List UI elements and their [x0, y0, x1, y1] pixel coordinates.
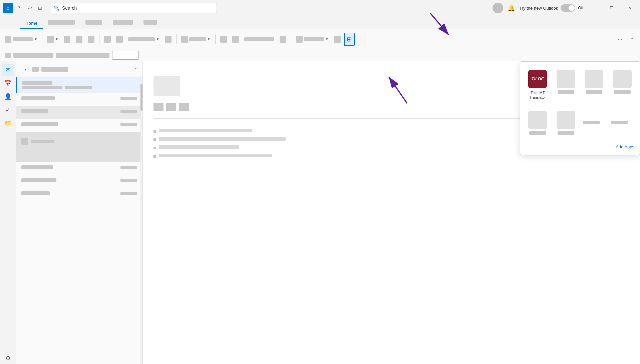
categories-label [128, 37, 155, 41]
ei6-sender [21, 165, 53, 169]
archive-icon [104, 36, 111, 43]
reply-button[interactable] [62, 33, 72, 46]
ribbon-btn-8[interactable] [278, 33, 288, 46]
email-item-4[interactable] [16, 119, 142, 132]
undo-button[interactable]: ↩ [25, 3, 35, 13]
rp-list-text-2 [159, 137, 286, 141]
reply-all-icon [76, 36, 82, 43]
ribbon-sep-5 [291, 34, 291, 44]
new-email-label [13, 37, 33, 41]
search-bar[interactable]: 🔍 Search [50, 3, 217, 13]
scrollbar[interactable] [140, 77, 142, 364]
flag-icon [165, 36, 172, 43]
search-input[interactable]: Search [62, 5, 213, 11]
tab-help[interactable] [138, 17, 162, 29]
rp-btn-3[interactable] [179, 103, 189, 111]
app-item-2[interactable] [554, 67, 578, 103]
more-options-button[interactable]: ··· [615, 33, 625, 46]
sidebar-icon-settings[interactable]: ⚙ [2, 352, 14, 364]
apps-button[interactable]: ⊞ [344, 33, 355, 46]
ribbon-btn-7[interactable] [242, 33, 276, 46]
apps-icon: ⊞ [347, 36, 352, 43]
rp-btn-1[interactable] [153, 103, 164, 111]
sidebar-icon-people[interactable]: 👤 [2, 91, 14, 103]
main-layout: ✉ 📅 👤 ✓ 📁 ⚙ › ↑ [0, 61, 640, 364]
sort-button[interactable]: ↑ [134, 66, 137, 72]
app-label-6 [558, 131, 574, 135]
email-item-5[interactable] [16, 132, 142, 162]
rp-btn-2[interactable] [166, 103, 176, 111]
tab-placeholder-4 [143, 20, 157, 25]
notification-bell[interactable]: 🔔 [506, 3, 517, 13]
ribbon-sep-4 [215, 34, 216, 44]
forward-button[interactable] [86, 33, 96, 46]
collapse-button[interactable]: › [21, 65, 29, 73]
app-label-3 [586, 90, 602, 94]
flag-button[interactable] [163, 33, 174, 46]
reply-icon [64, 36, 70, 43]
tab-folder[interactable] [80, 17, 107, 29]
sidebar-icons: ✉ 📅 👤 ✓ 📁 ⚙ [0, 61, 16, 364]
app-item-4[interactable] [610, 67, 635, 103]
reply-all-button[interactable] [74, 33, 84, 46]
ribbon-btn-5[interactable] [218, 33, 229, 46]
app-label-7-ph [583, 121, 600, 124]
filter-active[interactable] [112, 51, 139, 60]
ei8-sender [21, 191, 50, 195]
ei8-date [120, 192, 137, 195]
app-item-tilde[interactable]: TILDE Tilde MT Translator [526, 67, 550, 103]
app-placeholder-icon-3 [585, 70, 603, 88]
avatar[interactable] [493, 3, 503, 13]
ei4-sender [21, 122, 58, 126]
filter-bar [0, 49, 640, 61]
app-placeholder-icon-2 [557, 70, 575, 88]
folder-name-ph [41, 67, 68, 72]
email-item-2[interactable] [16, 93, 142, 106]
apps-grid-row2 [526, 108, 634, 137]
tab-home[interactable]: Home [20, 18, 43, 29]
email-item-7[interactable] [16, 175, 142, 188]
sidebar-icon-calendar[interactable]: 📅 [2, 77, 14, 89]
new-email-button[interactable]: ▼ [3, 33, 39, 46]
delete-button[interactable]: ▼ [45, 33, 60, 46]
minimize-button[interactable]: — [586, 3, 601, 13]
sidebar-icon-tasks[interactable]: ✓ [2, 104, 14, 116]
ribbon-btn-10[interactable] [332, 33, 343, 46]
apps-divider [526, 140, 634, 140]
sidebar-icon-mail[interactable]: ✉ [2, 64, 14, 76]
sidebar-icon-files[interactable]: 📁 [2, 117, 14, 129]
maximize-button[interactable]: ❐ [604, 3, 619, 13]
archive-button[interactable] [102, 33, 113, 46]
rp-list-text-3 [159, 145, 239, 149]
app-item-6[interactable] [554, 108, 578, 137]
email-item-selected[interactable] [16, 77, 142, 93]
new-outlook-toggle[interactable] [561, 4, 575, 12]
app-item-3[interactable] [582, 67, 606, 103]
ei5-att-icon [21, 138, 28, 145]
scrollbar-thumb[interactable] [140, 84, 142, 111]
close-button[interactable]: ✕ [622, 3, 637, 13]
rp-list-text-1 [159, 129, 252, 132]
ribbon-expand-button[interactable]: ⌃ [627, 33, 637, 46]
rp-bullet-2 [153, 138, 156, 141]
app-placeholder-icon-6 [557, 111, 575, 129]
ribbon-btn-9[interactable]: ▼ [294, 33, 331, 46]
email-item-3[interactable] [16, 106, 142, 119]
email-item-8[interactable] [16, 188, 142, 201]
move-to-button[interactable] [114, 33, 125, 46]
ei2-date [120, 97, 137, 100]
categories-button[interactable]: ▼ [126, 33, 162, 46]
outlook-logo: O [3, 3, 13, 13]
tab-send-receive[interactable] [43, 17, 80, 29]
app-item-5[interactable] [526, 108, 550, 137]
add-apps-button[interactable]: Add Apps [616, 144, 634, 149]
tab-view[interactable] [107, 17, 138, 29]
filter-label-2 [56, 53, 109, 58]
read-unread-button[interactable]: ▼ [179, 33, 213, 46]
redo-button[interactable]: ⊟ [35, 3, 45, 13]
refresh-button[interactable]: ↻ [15, 3, 25, 13]
ribbon-btn-6[interactable] [230, 33, 241, 46]
email-item-6[interactable] [16, 162, 142, 175]
ribbon-sep-3 [176, 34, 177, 44]
tab-placeholder-2 [85, 20, 102, 25]
